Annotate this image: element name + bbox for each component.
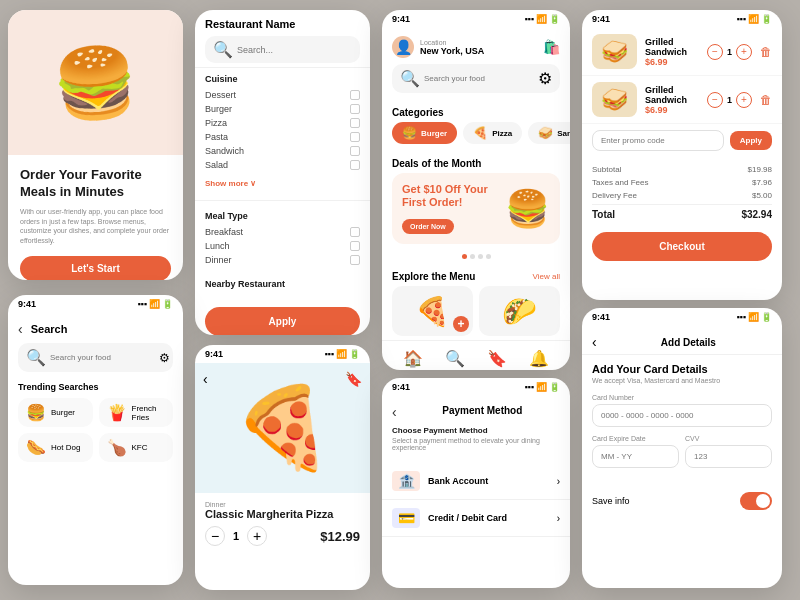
delivery-label: Delivery Fee — [592, 191, 637, 200]
cvv-label: CVV — [685, 435, 772, 442]
meal-breakfast-checkbox[interactable] — [350, 227, 360, 237]
view-all-button[interactable]: View all — [533, 272, 560, 281]
apply-filter-button[interactable]: Apply — [205, 307, 360, 335]
qty-increase-1[interactable]: + — [736, 44, 752, 60]
meal-breakfast[interactable]: Breakfast — [205, 225, 360, 239]
pizza-back-button[interactable]: ‹ — [203, 371, 208, 387]
category-pizza[interactable]: 🍕 Pizza — [463, 122, 522, 144]
save-info-toggle[interactable] — [740, 492, 772, 510]
menu-card-pizza[interactable]: 🍕 + — [392, 286, 473, 336]
food-search-input[interactable] — [50, 353, 155, 362]
nav-bookmark-icon[interactable]: 🔖 — [487, 349, 507, 368]
food-search-input[interactable] — [424, 74, 534, 83]
show-more-button[interactable]: Show more ∨ — [205, 179, 256, 188]
add-pizza-button[interactable]: + — [453, 316, 469, 332]
trending-kfc[interactable]: 🍗 KFC — [99, 433, 174, 462]
card-chevron-icon: › — [557, 513, 560, 524]
card-number-input[interactable] — [592, 404, 772, 427]
welcome-title: Order Your Favorite Meals in Minutes — [20, 167, 171, 201]
trending-fries[interactable]: 🍟 French Fries — [99, 398, 174, 427]
burger-trend-label: Burger — [51, 408, 75, 417]
payment-status-icons: ▪▪▪ 📶 🔋 — [524, 382, 560, 392]
card-expire-cvv-row: Card Expire Date CVV — [592, 435, 772, 476]
promo-code-input[interactable] — [592, 130, 724, 151]
filter-icon[interactable]: ⚙ — [159, 351, 170, 365]
cuisine-dessert-checkbox[interactable] — [350, 90, 360, 100]
trending-burger[interactable]: 🍔 Burger — [18, 398, 93, 427]
cvv-input[interactable] — [685, 445, 772, 468]
cuisine-salad-checkbox[interactable] — [350, 160, 360, 170]
qty-decrease-1[interactable]: − — [707, 44, 723, 60]
search-back-button[interactable]: ‹ — [18, 321, 23, 337]
filter-icon[interactable]: ⚙ — [538, 69, 552, 88]
category-sandwich[interactable]: 🥪 Sandwich — [528, 122, 570, 144]
battery-icon: 🔋 — [761, 14, 772, 24]
cuisine-dessert[interactable]: Dessert — [205, 88, 360, 102]
filter-screen: Restaurant Name 🔍 Cuisine Dessert Burger… — [195, 10, 370, 335]
pizza-qty-decrease[interactable]: − — [205, 526, 225, 546]
category-burger[interactable]: 🍔 Burger — [392, 122, 457, 144]
nav-home-icon[interactable]: 🏠 — [403, 349, 423, 368]
qty-increase-2[interactable]: + — [736, 92, 752, 108]
location-label: Location — [420, 39, 537, 46]
card-back-button[interactable]: ‹ — [592, 334, 597, 350]
meal-dinner[interactable]: Dinner — [205, 253, 360, 267]
sandwich-category-icon: 🥪 — [538, 126, 553, 140]
checkout-button[interactable]: Checkout — [592, 232, 772, 261]
fries-trend-label: French Fries — [132, 404, 166, 422]
bank-account-option[interactable]: 🏦 Bank Account › — [382, 463, 570, 500]
home-search-box[interactable]: 🔍 ⚙ — [392, 64, 560, 93]
cart-item-2-image: 🥪 — [592, 82, 637, 117]
pizza-qty-increase[interactable]: + — [247, 526, 267, 546]
restaurant-search-box[interactable]: 🔍 — [205, 36, 360, 63]
menu-card-taco[interactable]: 🌮 — [479, 286, 560, 336]
apply-promo-button[interactable]: Apply — [730, 131, 772, 150]
pizza-qty-ctrl: − 1 + — [205, 526, 267, 546]
search-page-title: Search — [31, 323, 68, 335]
cuisine-burger[interactable]: Burger — [205, 102, 360, 116]
burger-hero-image: 🍔 — [50, 39, 142, 126]
card-status-bar: 9:41 ▪▪▪ 📶 🔋 — [582, 308, 782, 326]
trending-hotdog[interactable]: 🌭 Hot Dog — [18, 433, 93, 462]
order-now-button[interactable]: Order Now — [402, 219, 454, 234]
meal-breakfast-label: Breakfast — [205, 227, 243, 237]
welcome-hero: 🍔 — [8, 10, 183, 155]
cuisine-sandwich-checkbox[interactable] — [350, 146, 360, 156]
deal-text: Get $10 Off Your First Order! Order Now — [402, 183, 505, 234]
lets-start-button[interactable]: Let's Start — [20, 256, 171, 280]
subtotal-value: $19.98 — [748, 165, 772, 174]
cart-icon[interactable]: 🛍️ — [543, 39, 560, 55]
qty-decrease-2[interactable]: − — [707, 92, 723, 108]
card-option[interactable]: 💳 Credit / Debit Card › — [382, 500, 570, 537]
nav-bell-icon[interactable]: 🔔 — [529, 349, 549, 368]
nav-search-icon[interactable]: 🔍 — [445, 349, 465, 368]
delete-item-2-icon[interactable]: 🗑 — [760, 93, 772, 107]
cuisine-pasta[interactable]: Pasta — [205, 130, 360, 144]
cuisine-pasta-checkbox[interactable] — [350, 132, 360, 142]
search-field[interactable]: 🔍 ⚙ — [18, 343, 173, 372]
meal-lunch-checkbox[interactable] — [350, 241, 360, 251]
cuisine-salad[interactable]: Salad — [205, 158, 360, 172]
delete-item-1-icon[interactable]: 🗑 — [760, 45, 772, 59]
home-header: 👤 Location New York, USA 🛍️ 🔍 ⚙ — [382, 28, 570, 99]
welcome-desc: With our user-friendly app, you can plac… — [20, 207, 171, 246]
welcome-screen: 🍔 Order Your Favorite Meals in Minutes W… — [8, 10, 183, 280]
search-icon: 🔍 — [400, 69, 420, 88]
expire-date-input[interactable] — [592, 445, 679, 468]
welcome-content: Order Your Favorite Meals in Minutes Wit… — [8, 155, 183, 280]
cuisine-pizza-checkbox[interactable] — [350, 118, 360, 128]
categories-header: Categories — [382, 99, 570, 122]
restaurant-search-input[interactable] — [237, 45, 352, 55]
battery-icon: 🔋 — [549, 14, 560, 24]
meal-dinner-checkbox[interactable] — [350, 255, 360, 265]
payment-back-button[interactable]: ‹ — [392, 404, 397, 420]
pizza-bookmark-button[interactable]: 🔖 — [345, 371, 362, 387]
deals-header: Deals of the Month — [382, 150, 570, 173]
cuisine-burger-checkbox[interactable] — [350, 104, 360, 114]
signal-icon: ▪▪▪ — [736, 312, 746, 322]
cuisine-pizza[interactable]: Pizza — [205, 116, 360, 130]
meal-lunch[interactable]: Lunch — [205, 239, 360, 253]
pizza-name: Classic Margherita Pizza — [205, 508, 360, 520]
pizza-detail-screen: 9:41 ▪▪▪ 📶 🔋 ‹ 🍕 🔖 Dinner Classic Marghe… — [195, 345, 370, 590]
cuisine-sandwich[interactable]: Sandwich — [205, 144, 360, 158]
